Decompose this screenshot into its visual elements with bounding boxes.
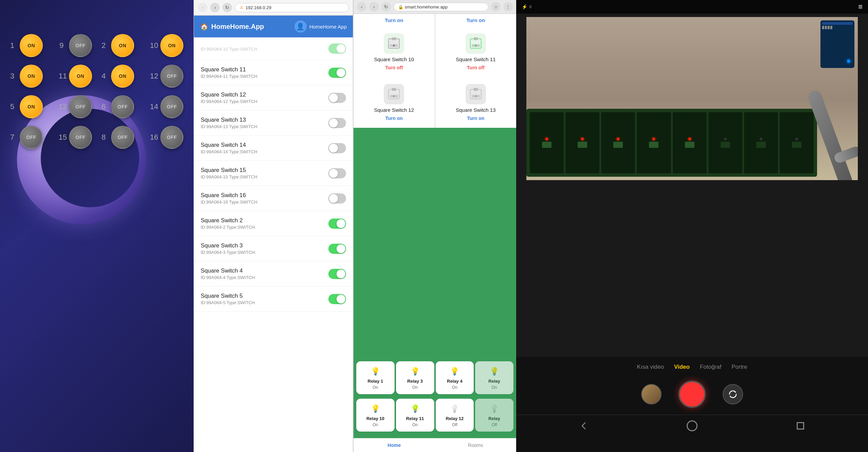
relay-module-board xyxy=(526,109,817,177)
relay-card-12[interactable]: 💡 Relay 12 Off xyxy=(436,399,474,432)
toggle-switch-6[interactable] xyxy=(328,219,346,229)
switch-list[interactable]: ID:99A064-10 Type:SWITCH Square Switch 1… xyxy=(194,37,353,452)
camera-thumbnail[interactable] xyxy=(641,384,662,404)
forward-button-2[interactable]: › xyxy=(369,2,379,12)
switch-turn-off-11[interactable]: Turn off xyxy=(467,65,485,70)
insecure-icon: ⚠ xyxy=(240,5,243,10)
switch-item-6[interactable]: Square Switch 2 ID:99A064-2 Type:SWITCH xyxy=(194,211,353,236)
toggle-knob-8 xyxy=(337,270,345,278)
relay-card-extra1[interactable]: 💡 Relay On xyxy=(475,361,513,394)
switch-card-10[interactable]: Square Switch 10 Turn off xyxy=(354,27,435,77)
relay-card-extra2[interactable]: 💡 Relay Off xyxy=(475,399,513,432)
switch-item-pre[interactable]: ID:99A064-10 Type:SWITCH xyxy=(194,37,353,60)
relay-item-15: 15 OFF xyxy=(59,126,92,149)
relay-toggle-10[interactable]: ON xyxy=(160,34,183,57)
reload-button-2[interactable]: ↻ xyxy=(381,2,391,12)
relay-item-13: 13 OFF xyxy=(59,95,92,118)
mode-portrait[interactable]: Portre xyxy=(731,364,747,370)
relay-card-10[interactable]: 💡 Relay 10 On xyxy=(356,399,395,432)
relay-toggle-14[interactable]: OFF xyxy=(160,95,183,118)
mode-photo[interactable]: Fotoğraf xyxy=(700,364,721,370)
switch-turn-on-13[interactable]: Turn on xyxy=(467,116,484,121)
switch-item-9[interactable]: Square Switch 5 ID:99A064-5 Type:SWITCH xyxy=(194,286,353,312)
mode-short-video[interactable]: Kısa video xyxy=(637,364,664,370)
address-bar-1[interactable]: ⚠ 192.168.0.29 xyxy=(235,3,349,12)
toggle-switch-5[interactable] xyxy=(328,193,346,204)
switch-item-8[interactable]: Square Switch 4 ID:99A064-4 Type:SWITCH xyxy=(194,261,353,286)
relay-light-1: 💡 xyxy=(370,366,380,377)
menu-button-2[interactable]: ⋮ xyxy=(503,2,513,12)
camera-menu-icon[interactable]: ≡ xyxy=(858,2,863,11)
reload-button[interactable]: ↻ xyxy=(222,3,232,12)
toggle-switch-2[interactable] xyxy=(328,118,346,128)
toggle-switch-4[interactable] xyxy=(328,168,346,178)
switch-item-3[interactable]: Square Switch 14 ID:99A064-14 Type:SWITC… xyxy=(194,136,353,161)
android-home-button[interactable] xyxy=(686,420,698,432)
switch-turn-on-12[interactable]: Turn on xyxy=(385,116,403,121)
relay-card-1[interactable]: 💡 Relay 1 On xyxy=(356,361,395,394)
esp-chip xyxy=(822,22,853,25)
switch-item-7[interactable]: Square Switch 3 ID:99A064-3 Type:SWITCH xyxy=(194,236,353,261)
relay-toggle-13[interactable]: OFF xyxy=(69,95,92,118)
relay-card-4[interactable]: 💡 Relay 4 On xyxy=(436,361,474,394)
relay-card-11[interactable]: 💡 Relay 11 On xyxy=(396,399,434,432)
toggle-switch-7[interactable] xyxy=(328,244,346,254)
nav-rooms[interactable]: Rooms xyxy=(435,441,517,449)
toggle-knob-6 xyxy=(337,219,345,228)
browser-top-2: ‹ › ↻ 🔒 smart.homehome.app ☆ ⋮ xyxy=(354,0,516,14)
relay-toggle-9[interactable]: OFF xyxy=(69,34,92,57)
switch-turn-off-10[interactable]: Turn off xyxy=(385,65,403,70)
relay-toggle-16[interactable]: OFF xyxy=(160,126,183,149)
relay-card-name-4: Relay 4 xyxy=(447,379,463,384)
switch-item-0[interactable]: Square Switch 11 ID:99A064-11 Type:SWITC… xyxy=(194,60,353,85)
switch-card-12[interactable]: Square Switch 12 Turn on xyxy=(354,77,435,128)
switch-card-name-13: Square Switch 13 xyxy=(456,107,496,113)
relay-item-2: 2 ON xyxy=(102,34,134,57)
relay-toggle-3[interactable]: ON xyxy=(20,65,43,88)
relay-toggle-4[interactable]: ON xyxy=(111,65,134,88)
relay-toggle-6[interactable]: OFF xyxy=(111,95,134,118)
relay-toggle-15[interactable]: OFF xyxy=(69,126,92,149)
camera-app-ui: Kısa video Video Fotoğraf Portre xyxy=(516,357,868,452)
relay-toggle-8[interactable]: OFF xyxy=(111,126,134,149)
relay-num-2: 2 xyxy=(102,41,109,50)
back-button-2[interactable]: ‹ xyxy=(357,2,366,12)
flip-camera-button[interactable] xyxy=(723,384,743,404)
relay-toggle-12[interactable]: OFF xyxy=(160,65,183,88)
app-title-1: 🏠 HomeHome.App xyxy=(200,22,264,31)
relay-card-3[interactable]: 💡 Relay 3 On xyxy=(396,361,434,394)
back-button[interactable]: ‹ xyxy=(198,3,207,12)
relay-toggle-5[interactable]: ON xyxy=(20,95,43,118)
toggle-switch-9[interactable] xyxy=(328,294,346,304)
record-button[interactable] xyxy=(679,381,706,408)
switch-card-11[interactable]: Square Switch 11 Turn off xyxy=(435,27,517,77)
switch-item-2[interactable]: Square Switch 13 ID:99A064-13 Type:SWITC… xyxy=(194,110,353,136)
switch-item-4[interactable]: Square Switch 15 ID:99A064-15 Type:SWITC… xyxy=(194,161,353,186)
nav-home[interactable]: Home xyxy=(354,441,435,449)
toggle-switch-3[interactable] xyxy=(328,143,346,153)
address-bar-2[interactable]: 🔒 smart.homehome.app xyxy=(394,3,488,11)
switch-item-5[interactable]: Square Switch 16 ID:99A064-16 Type:SWITC… xyxy=(194,186,353,211)
relay-num-7: 7 xyxy=(10,133,18,142)
relay-toggle-11[interactable]: ON xyxy=(69,65,92,88)
toggle-switch-8[interactable] xyxy=(328,269,346,279)
relay-grid: 1 ON 9 OFF 2 ON 10 ON 3 ON xyxy=(10,34,183,149)
toggle-switch-pre[interactable] xyxy=(328,44,346,54)
relay-toggle-1[interactable]: ON xyxy=(20,34,43,57)
relay-num-5: 5 xyxy=(10,102,18,111)
turn-on-cell-2[interactable]: Turn on xyxy=(435,14,517,27)
mode-video[interactable]: Video xyxy=(674,364,690,370)
star-button[interactable]: ☆ xyxy=(491,2,501,12)
toggle-switch-1[interactable] xyxy=(328,93,346,103)
toggle-switch-0[interactable] xyxy=(328,68,346,78)
relay-num-8: 8 xyxy=(102,133,109,142)
relay-toggle-7[interactable]: OFF xyxy=(20,126,43,149)
switch-icon-12 xyxy=(384,84,404,104)
android-recent-button[interactable] xyxy=(794,420,807,432)
relay-toggle-2[interactable]: ON xyxy=(111,34,134,57)
switch-card-13[interactable]: Square Switch 13 Turn on xyxy=(435,77,517,128)
android-back-button[interactable] xyxy=(578,420,590,432)
switch-item-1[interactable]: Square Switch 12 ID:99A064-12 Type:SWITC… xyxy=(194,85,353,110)
forward-button[interactable]: › xyxy=(210,3,220,12)
turn-on-cell-1[interactable]: Turn on xyxy=(354,14,435,27)
